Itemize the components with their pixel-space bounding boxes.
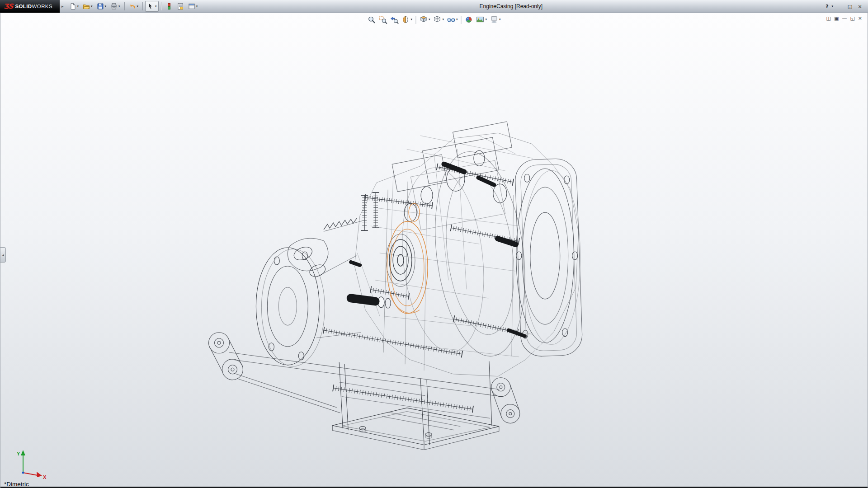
section-view-icon bbox=[401, 15, 410, 24]
chevron-down-icon[interactable]: ▾ bbox=[91, 5, 93, 8]
ds-logo-icon: ƷS bbox=[4, 2, 13, 10]
doc-close-button[interactable]: × bbox=[858, 15, 862, 22]
chevron-down-icon[interactable]: ▾ bbox=[155, 5, 157, 8]
restore-button[interactable]: ◱ bbox=[845, 2, 854, 11]
y-axis-label: Y bbox=[17, 451, 20, 456]
edit-appearance-button[interactable] bbox=[464, 15, 474, 24]
toolbar-separator bbox=[161, 2, 161, 10]
display-style-button[interactable]: ▾ bbox=[432, 15, 445, 24]
apply-scene-button[interactable]: ▾ bbox=[475, 15, 488, 24]
options-window-icon bbox=[188, 3, 195, 10]
quick-access-toolbar: ▾ ▾ ▾ ▾ ▾ ▾ ▾ bbox=[67, 1, 200, 12]
brand-text: SOLIDWORKS bbox=[15, 4, 52, 9]
hide-show-items-button[interactable]: ▾ bbox=[446, 15, 459, 24]
rebuild-button[interactable] bbox=[164, 1, 175, 12]
open-button[interactable]: ▾ bbox=[81, 1, 94, 12]
doc-pane-button[interactable]: ◫ bbox=[826, 15, 831, 22]
chevron-down-icon[interactable]: ▾ bbox=[442, 18, 444, 21]
titlebar: ƷS SOLIDWORKS ▸ ▾ ▾ ▾ ▾ ▾ ▾ bbox=[0, 0, 868, 13]
file-properties-button[interactable] bbox=[175, 1, 186, 12]
help-chevron-icon[interactable]: ▾ bbox=[831, 5, 833, 8]
apply-scene-icon bbox=[476, 15, 485, 24]
toolbar-separator bbox=[142, 2, 143, 10]
chevron-down-icon[interactable]: ▾ bbox=[456, 18, 458, 21]
doc-grid-button[interactable]: ▣ bbox=[834, 15, 839, 22]
zoom-to-area-icon bbox=[378, 15, 387, 24]
view-settings-icon bbox=[490, 15, 498, 24]
new-document-icon bbox=[69, 3, 76, 10]
select-button[interactable]: ▾ bbox=[145, 1, 159, 12]
options-button[interactable]: ▾ bbox=[186, 1, 200, 12]
chevron-down-icon[interactable]: ▾ bbox=[105, 5, 107, 8]
new-document-button[interactable]: ▾ bbox=[67, 1, 81, 12]
chevron-down-icon[interactable]: ▾ bbox=[486, 18, 487, 21]
save-floppy-icon bbox=[97, 3, 104, 10]
view-orientation-button[interactable]: ▾ bbox=[418, 15, 431, 24]
file-properties-icon bbox=[177, 3, 184, 10]
close-button[interactable]: × bbox=[855, 2, 864, 11]
toolbar-separator bbox=[124, 2, 125, 10]
undo-button[interactable]: ▾ bbox=[127, 1, 141, 12]
panel-collapse-icon: ◂ bbox=[2, 253, 4, 257]
section-view-button[interactable]: ▾ bbox=[400, 15, 413, 24]
toolbar-separator bbox=[461, 16, 462, 24]
chevron-down-icon[interactable]: ▾ bbox=[429, 18, 430, 21]
chevron-down-icon[interactable]: ▾ bbox=[137, 5, 139, 8]
reference-triad: Y X bbox=[6, 447, 47, 483]
help-button[interactable]: ? bbox=[822, 2, 831, 11]
zoom-to-area-button[interactable] bbox=[377, 15, 388, 24]
engine-casing-model bbox=[0, 13, 868, 488]
toolbar-separator bbox=[415, 16, 416, 24]
chevron-down-icon[interactable]: ▾ bbox=[118, 5, 120, 8]
hide-show-glasses-icon bbox=[447, 15, 455, 24]
printer-icon bbox=[110, 3, 118, 10]
previous-view-button[interactable] bbox=[389, 15, 399, 24]
zoom-to-fit-button[interactable] bbox=[366, 15, 377, 24]
previous-view-icon bbox=[390, 15, 398, 24]
select-cursor-icon bbox=[147, 3, 154, 10]
display-style-wireframe-icon bbox=[433, 15, 441, 24]
chevron-down-icon[interactable]: ▾ bbox=[77, 5, 79, 8]
menu-expander-icon[interactable]: ▸ bbox=[61, 4, 64, 9]
edit-appearance-ball-icon bbox=[465, 15, 473, 24]
window-controls: ? ▾ — ◱ × bbox=[822, 2, 864, 11]
headsup-view-toolbar: ▾ ▾ ▾ ▾ ▾ ▾ bbox=[366, 15, 501, 24]
zoom-to-fit-icon bbox=[367, 15, 376, 24]
rebuild-stop-go-icon bbox=[165, 3, 173, 10]
solidworks-logo: ƷS SOLIDWORKS bbox=[0, 0, 60, 13]
open-folder-icon bbox=[83, 3, 90, 10]
doc-minimize-button[interactable]: — bbox=[842, 15, 847, 22]
view-settings-button[interactable]: ▾ bbox=[489, 15, 502, 24]
chevron-down-icon[interactable]: ▾ bbox=[499, 18, 501, 21]
chevron-down-icon[interactable]: ▾ bbox=[410, 18, 412, 21]
document-window-controls: ◫ ▣ — ◱ × bbox=[826, 15, 862, 22]
view-orientation-cube-icon bbox=[419, 15, 428, 24]
window-title: EngineCasing [Read-only] bbox=[199, 3, 822, 9]
graphics-viewport[interactable]: ▾ ▾ ▾ ▾ ▾ ▾ ◫ ▣ — ◱ × bbox=[0, 13, 868, 488]
save-button[interactable]: ▾ bbox=[95, 1, 108, 12]
x-axis-label: X bbox=[43, 474, 47, 480]
print-button[interactable]: ▾ bbox=[108, 1, 122, 12]
panel-collapse-tab[interactable]: ◂ bbox=[0, 247, 6, 263]
doc-restore-button[interactable]: ◱ bbox=[850, 15, 854, 22]
minimize-button[interactable]: — bbox=[835, 2, 844, 11]
chevron-down-icon[interactable]: ▾ bbox=[196, 5, 198, 8]
undo-arrow-icon bbox=[129, 3, 136, 10]
